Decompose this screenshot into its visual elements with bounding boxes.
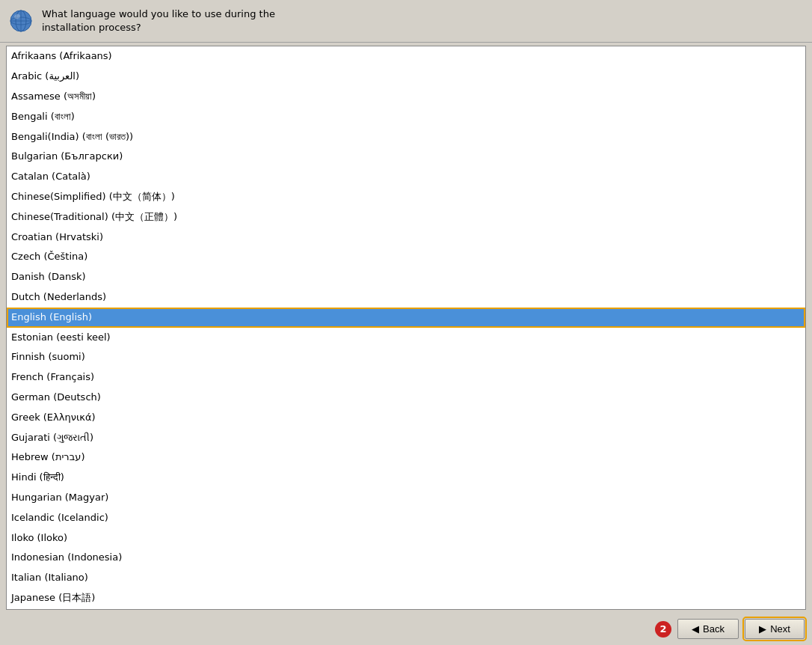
globe-icon bbox=[9, 9, 33, 33]
list-item[interactable]: Bengali(India) (বাংলা (ভারত)) bbox=[7, 127, 805, 147]
list-item[interactable]: Danish (Dansk) bbox=[7, 267, 805, 287]
list-item[interactable]: Catalan (Català) bbox=[7, 167, 805, 187]
footer: 2 ◀ Back ▶ Next bbox=[0, 613, 812, 645]
list-item[interactable]: Greek (Ελληνικά) bbox=[7, 408, 805, 428]
list-item[interactable]: Japanese (日本語) bbox=[7, 588, 805, 608]
list-item[interactable]: Bulgarian (Български) bbox=[7, 147, 805, 167]
language-list[interactable]: Afrikaans (Afrikaans)Arabic (العربية)Ass… bbox=[6, 46, 806, 610]
main-content: Afrikaans (Afrikaans)Arabic (العربية)Ass… bbox=[0, 43, 812, 613]
list-item[interactable]: French (Français) bbox=[7, 367, 805, 388]
back-arrow-icon: ◀ bbox=[692, 623, 699, 635]
list-item[interactable]: Kannada (ಕನ್ನಡ) bbox=[7, 608, 805, 610]
list-item[interactable]: Croatian (Hrvatski) bbox=[7, 227, 805, 248]
list-item[interactable]: Czech (Čeština) bbox=[7, 247, 805, 267]
list-item[interactable]: Finnish (suomi) bbox=[7, 347, 805, 367]
list-item[interactable]: Iloko (Iloko) bbox=[7, 528, 805, 548]
list-item[interactable]: Indonesian (Indonesia) bbox=[7, 548, 805, 568]
next-arrow-icon: ▶ bbox=[759, 623, 766, 635]
next-label: Next bbox=[770, 623, 790, 635]
list-item[interactable]: English (English) bbox=[7, 308, 805, 328]
header: What language would you like to use duri… bbox=[0, 0, 812, 43]
list-item[interactable]: Icelandic (Icelandic) bbox=[7, 508, 805, 528]
back-button[interactable]: ◀ Back bbox=[677, 619, 739, 639]
list-item[interactable]: Hungarian (Magyar) bbox=[7, 488, 805, 508]
list-item[interactable]: Afrikaans (Afrikaans) bbox=[7, 46, 805, 67]
back-label: Back bbox=[703, 623, 725, 635]
list-item[interactable]: Dutch (Nederlands) bbox=[7, 287, 805, 308]
header-text: What language would you like to use duri… bbox=[42, 7, 275, 34]
list-item[interactable]: German (Deutsch) bbox=[7, 388, 805, 408]
list-item[interactable]: Gujarati (ગુજરાતી) bbox=[7, 428, 805, 448]
list-item[interactable]: Estonian (eesti keel) bbox=[7, 328, 805, 348]
next-step-badge: 2 bbox=[655, 621, 671, 638]
next-button[interactable]: ▶ Next bbox=[745, 619, 805, 639]
list-item[interactable]: Hebrew (עברית) bbox=[7, 447, 805, 468]
list-item[interactable]: Italian (Italiano) bbox=[7, 568, 805, 588]
list-item[interactable]: Arabic (العربية) bbox=[7, 67, 805, 87]
list-item[interactable]: Chinese(Traditional) (中文（正體）) bbox=[7, 207, 805, 227]
list-item[interactable]: Hindi (हिन्दी) bbox=[7, 468, 805, 488]
list-item[interactable]: Bengali (বাংলা) bbox=[7, 107, 805, 127]
list-item[interactable]: Chinese(Simplified) (中文（简体）) bbox=[7, 187, 805, 207]
list-item[interactable]: Assamese (অসমীয়া) bbox=[7, 87, 805, 107]
